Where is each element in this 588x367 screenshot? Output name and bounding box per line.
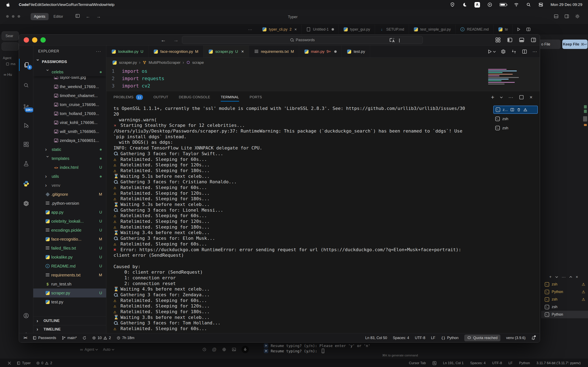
chevron-down-icon[interactable]	[555, 275, 558, 278]
explorer-item[interactable]: the_weeknd_17669...	[33, 82, 106, 91]
menu-item[interactable]: Help	[107, 2, 114, 7]
bg-search-input[interactable]: Sear	[2, 31, 19, 40]
menu-item[interactable]: Edit	[35, 2, 42, 7]
explorer-item[interactable]: tom_cruise_176696...	[33, 100, 106, 109]
explorer-item[interactable]: › utils ●	[33, 172, 106, 181]
extensions-icon[interactable]	[19, 138, 33, 150]
breadcrumb[interactable]: scraper.py › MultiPhotoScraper › scrape	[106, 58, 540, 67]
explorer-item[interactable]: .python-version	[33, 199, 106, 208]
toggle-secondary-sidebar-icon[interactable]	[531, 37, 536, 43]
screencast-ai-icon[interactable]	[389, 37, 395, 43]
bg-python-version-status[interactable]: 3.11.7 64-bit ('3.11.7': pyenv)	[536, 361, 581, 365]
model-chip[interactable]: Auto	[103, 347, 114, 352]
inactive-minimize-button[interactable]	[12, 15, 15, 18]
testing-beaker-icon[interactable]	[19, 158, 33, 170]
menu-item[interactable]: File	[29, 2, 35, 7]
explorer-item[interactable]: lookalike.py U	[33, 253, 106, 262]
shield-icon[interactable]	[450, 2, 455, 7]
kill-terminal-icon[interactable]	[517, 108, 521, 112]
tab-editor[interactable]: Editor	[53, 15, 63, 19]
explorer-item[interactable]: scraper.py U	[33, 289, 106, 298]
background-editor-tab[interactable]: test_simple_gui.py	[409, 25, 456, 34]
python-icon[interactable]	[19, 178, 33, 190]
terminal-list-item[interactable]: zsh	[493, 115, 538, 123]
close-icon[interactable]: ×	[576, 275, 578, 279]
bg-cursor-position[interactable]: Ln 191, Col 1	[443, 361, 464, 365]
bg-encoding-status[interactable]: UTF-8	[492, 361, 502, 365]
scrollbar-thumb[interactable]	[583, 116, 587, 122]
bg-terminal-item[interactable]: zsh	[541, 303, 588, 311]
battery-icon[interactable]	[500, 3, 507, 6]
account-icon[interactable]	[19, 309, 33, 322]
timeline-section[interactable]: ›TIMELINE	[33, 325, 106, 333]
run-icon[interactable]	[516, 27, 521, 32]
python-env-status[interactable]: venv (3.9.6)	[506, 336, 526, 340]
bg-app-status[interactable]: Typer	[17, 361, 31, 365]
close-button[interactable]	[24, 37, 29, 43]
language-status[interactable]: {}Python	[441, 336, 458, 340]
toggle-primary-sidebar-icon[interactable]	[507, 37, 513, 43]
split-editor-icon[interactable]	[522, 49, 527, 54]
search-icon[interactable]	[19, 79, 33, 91]
notifications-bell-icon[interactable]	[531, 336, 535, 340]
apple-icon[interactable]	[6, 2, 10, 7]
terminal-list-item[interactable]: z...	[493, 106, 538, 114]
time-tracker-status[interactable]: 7h 18m	[117, 336, 134, 340]
tab-agents[interactable]: Agents	[31, 13, 49, 20]
bg-indent-status[interactable]: Spaces: 4	[470, 361, 486, 365]
bg-eol-status[interactable]: LF	[509, 361, 513, 365]
problems-status[interactable]: 10 2	[92, 336, 111, 340]
editor-tab[interactable]: scraper.py U ×	[203, 45, 249, 58]
explorer-item[interactable]: failed_files.txt U	[33, 244, 106, 253]
keep-file-button[interactable]: Keep File⌘↩	[562, 40, 588, 49]
bg-terminal-item[interactable]: Python ⚠	[541, 288, 588, 296]
zoom-button[interactable]	[40, 37, 46, 43]
workspace-root-row[interactable]: › PASSWORDS	[33, 57, 106, 67]
bg-list-item[interactable]: ma	[6, 62, 16, 66]
split-editor-icon[interactable]	[526, 27, 531, 32]
explorer-item[interactable]: › venv	[33, 181, 106, 190]
command-center-search[interactable]: Passwords	[182, 36, 423, 44]
explorer-item[interactable]: › templates ●	[33, 154, 106, 163]
editor-tab[interactable]: main.py 9+	[299, 45, 342, 58]
agent-mode-chip[interactable]: ∞Agent	[80, 347, 98, 352]
background-editor-tab[interactable]: te	[493, 25, 513, 34]
explorer-item[interactable]: README.md U	[33, 262, 106, 271]
run-debug-icon[interactable]	[19, 119, 33, 132]
editor-tab[interactable]: lookalike.py U	[106, 45, 148, 58]
mention-icon[interactable]: @	[212, 347, 216, 352]
bg-language-status[interactable]: Python	[519, 361, 530, 365]
sidebar-toggle-icon[interactable]	[75, 13, 80, 18]
moon-icon[interactable]	[462, 2, 467, 7]
diff-icon[interactable]	[511, 49, 517, 54]
globe-icon[interactable]	[222, 347, 226, 352]
tab-debug-console[interactable]: DEBUG CONSOLE	[179, 91, 210, 103]
explorer-item[interactable]: will_smith_1766965...	[33, 127, 106, 136]
search-box-icon[interactable]	[432, 361, 437, 365]
close-icon[interactable]: ×	[294, 27, 297, 32]
toggle-panel-icon[interactable]	[519, 37, 525, 43]
chevron-up-icon[interactable]	[570, 276, 572, 279]
tab-ports[interactable]: PORTS	[250, 91, 262, 103]
menu-item[interactable]: Terminal	[78, 2, 93, 7]
editor-tab[interactable]: face-recognition.py M	[148, 45, 203, 58]
chevron-down-icon[interactable]	[399, 39, 399, 42]
code-editor[interactable]: 1 import os 2 import requests 3 import c…	[106, 67, 540, 91]
menu-item[interactable]: View	[57, 2, 66, 7]
focus-icon[interactable]	[7, 361, 11, 365]
background-editor-tab[interactable]: SETUP.md	[375, 25, 409, 34]
menu-item[interactable]: Run	[71, 2, 78, 7]
chatgpt-icon[interactable]	[501, 49, 506, 54]
encoding-status[interactable]: UTF-8	[415, 336, 425, 340]
customize-layout-icon[interactable]	[495, 37, 501, 43]
inactive-close-button[interactable]	[6, 15, 9, 18]
explorer-item[interactable]: test.py	[33, 298, 106, 307]
branch-status[interactable]: main*	[62, 336, 77, 340]
editor-tab[interactable]: requirements.txt M	[249, 45, 299, 58]
image-icon[interactable]	[232, 347, 236, 352]
new-terminal-icon[interactable]: +	[491, 94, 494, 100]
outline-section[interactable]: ›OUTLINE	[33, 316, 106, 325]
remote-indicator[interactable]: ><	[24, 336, 27, 340]
explorer-item[interactable]: index.html U	[33, 163, 106, 172]
background-editor-tab[interactable]: README.md	[456, 25, 493, 34]
